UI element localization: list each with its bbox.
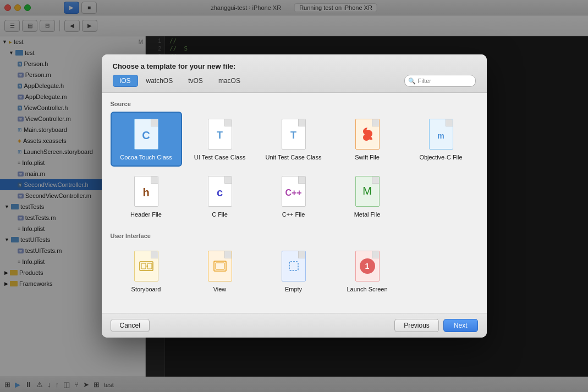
template-storyboard[interactable]: Storyboard [111,244,182,299]
template-modal: Choose a template for your new file: iOS… [102,54,487,338]
next-button[interactable]: Next [443,319,478,332]
unit-test-case-label: Unit Test Case Class [266,153,322,161]
modal-title-bar: Choose a template for your new file: iOS… [102,54,487,93]
svg-rect-7 [289,262,298,270]
view-label: View [213,285,227,293]
template-view[interactable]: View [184,244,256,299]
modal-body: Source C Cocoa Touch Class T [102,93,487,313]
modal-overlay: Choose a template for your new file: iOS… [0,0,588,392]
ui-template-grid: Storyboard View [111,244,478,299]
cocoa-touch-icon: C [132,117,161,151]
template-objc-file[interactable]: m Objective-C File [405,112,477,167]
template-header-file[interactable]: h Header File [111,169,182,224]
cpp-file-label: C++ File [282,211,305,218]
template-c-file[interactable]: c C File [184,169,256,224]
objc-file-label: Objective-C File [419,153,462,161]
tab-tvos[interactable]: tvOS [181,75,210,87]
view-icon [206,249,234,283]
svg-rect-6 [216,263,224,269]
svg-rect-2 [147,263,152,269]
tab-macos[interactable]: macOS [211,75,248,87]
source-template-grid: C Cocoa Touch Class T UI Test Case Class [111,112,478,224]
filter-wrap: 🔍 [404,75,476,87]
objc-file-icon: m [427,117,455,151]
storyboard-label: Storyboard [131,285,161,293]
c-file-icon: c [206,174,234,208]
template-metal-file[interactable]: M Metal File [332,169,403,224]
source-section-label: Source [111,101,478,107]
template-cpp-file[interactable]: C++ C++ File [258,169,329,224]
view-svg [212,258,228,274]
template-cocoa-touch[interactable]: C Cocoa Touch Class [111,112,182,167]
header-file-label: Header File [130,211,162,218]
metal-file-icon: M [353,174,382,208]
empty-icon [279,249,308,283]
tab-ios[interactable]: iOS [113,75,138,87]
empty-label: Empty [285,285,302,293]
template-empty[interactable]: Empty [258,244,329,299]
ui-test-case-label: UI Test Case Class [194,153,245,161]
cocoa-touch-label: Cocoa Touch Class [120,153,172,161]
template-ui-test-case[interactable]: T UI Test Case Class [184,112,256,167]
header-file-icon: h [132,174,161,208]
swift-file-label: Swift File [355,153,380,161]
tab-watchos[interactable]: watchOS [139,75,180,87]
storyboard-icon [132,249,161,283]
filter-icon: 🔍 [408,78,416,85]
cancel-button[interactable]: Cancel [111,319,150,332]
template-swift-file[interactable]: Swift File [332,112,403,167]
cpp-file-icon: C++ [279,174,308,208]
unit-test-case-icon: T [279,117,308,151]
empty-svg [286,258,301,274]
ui-section-label: User Interface [111,233,478,239]
svg-rect-1 [141,263,146,269]
launch-screen-label: Launch Screen [347,285,388,293]
swift-logo [361,126,374,142]
storyboard-svg [139,258,154,274]
previous-button[interactable]: Previous [394,319,439,332]
swift-file-icon [353,117,382,151]
modal-tabs: iOS watchOS tvOS macOS 🔍 [113,75,476,87]
btn-group: Previous Next [394,319,477,332]
c-file-label: C File [212,211,228,218]
ui-test-case-icon: T [206,117,234,151]
modal-footer: Cancel Previous Next [102,313,487,338]
launch-screen-icon: 1 [353,249,382,283]
modal-title: Choose a template for your new file: [113,62,476,70]
template-launch-screen[interactable]: 1 Launch Screen [332,244,403,299]
template-unit-test-case[interactable]: T Unit Test Case Class [258,112,329,167]
metal-file-label: Metal File [354,211,381,218]
